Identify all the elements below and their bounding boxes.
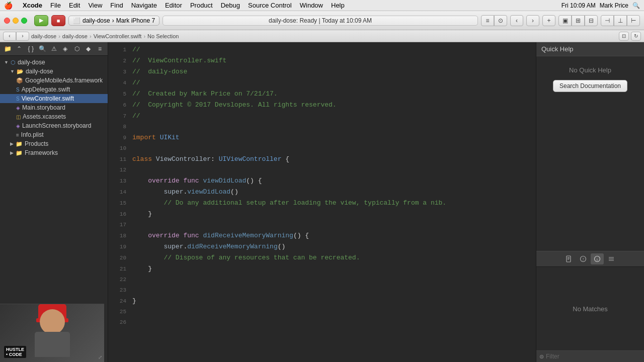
code-line-24: 24 } <box>108 296 536 307</box>
sidebar-item-appdelegate[interactable]: S AppDelegate.swift <box>0 85 108 94</box>
frameworks-arrow: ▶ <box>10 150 14 155</box>
sidebar-toggle[interactable]: ≡ <box>481 15 494 26</box>
code-content: 1 // 2 // ViewController.swift 3 // dail… <box>108 42 536 362</box>
minimize-button[interactable] <box>13 18 19 24</box>
menu-window[interactable]: Window <box>300 2 323 9</box>
quick-help-title: Quick Help <box>541 45 574 53</box>
code-editor[interactable]: 1 // 2 // ViewController.swift 3 // dail… <box>108 42 536 362</box>
code-line-11: 11 class ViewController: UIViewControlle… <box>108 154 536 165</box>
left-panel-toggle[interactable]: ⊣ <box>601 15 614 26</box>
symbol-icon[interactable]: { } <box>26 44 36 53</box>
expand-arrow-group: ▼ <box>10 69 15 74</box>
sidebar-item-assets[interactable]: ◫ Assets.xcassets <box>0 112 108 121</box>
swift-file-icon: S <box>16 87 20 93</box>
sidebar-item-products[interactable]: ▶ 📁 Products <box>0 139 108 148</box>
identity-inspector-btn[interactable]: i <box>591 253 604 264</box>
quick-help-body: No Quick Help Search Documentation <box>536 56 644 251</box>
debug-icon[interactable]: ⬡ <box>72 44 82 53</box>
menu-debug[interactable]: Debug <box>221 2 240 9</box>
apple-menu[interactable]: 🍎 <box>4 2 13 10</box>
sidebar-item-launchscreen[interactable]: ◈ LaunchScreen.storyboard <box>0 121 108 130</box>
inspector-bottom: ? i No Matches <box>536 251 644 362</box>
stop-button[interactable]: ■ <box>51 15 65 26</box>
inspector-toolbar: ? i <box>536 251 644 267</box>
menu-editor[interactable]: Editor <box>165 2 182 9</box>
appdelegate-label: AppDelegate.swift <box>22 86 70 93</box>
code-line-17: 17 <box>108 220 536 230</box>
navigator-toolbar: 📁 ⌃ { } 🔍 ⚠ ◈ ⬡ ◆ ≡ <box>0 42 108 56</box>
version-editor-btn[interactable]: ⊟ <box>585 15 598 26</box>
assistant-editor-btn[interactable]: ⊞ <box>572 15 585 26</box>
scheme-selector[interactable]: ⬜ daily-dose › Mark iPhone 7 <box>68 16 159 26</box>
menu-navigate[interactable]: Navigate <box>131 2 157 9</box>
svg-rect-0 <box>567 256 571 262</box>
quick-help-btn[interactable]: ? <box>577 253 590 264</box>
refresh-btn[interactable]: ↻ <box>631 32 641 41</box>
launch-icon: ◈ <box>16 123 20 129</box>
breadcrumb-group[interactable]: daily-dose <box>62 33 88 39</box>
nav-back[interactable]: ‹ <box>3 32 16 41</box>
source-control-icon[interactable]: ⌃ <box>15 44 24 53</box>
file-inspector-btn[interactable] <box>562 253 576 264</box>
add-editor-btn[interactable]: + <box>542 15 555 26</box>
related-files-btn[interactable]: ⊡ <box>619 32 629 41</box>
group-name: daily-dose <box>26 68 53 75</box>
single-editor-btn[interactable]: ▣ <box>558 15 572 26</box>
products-label: Products <box>25 140 48 147</box>
code-line-26: 26 <box>108 317 536 328</box>
report-icon[interactable]: ≡ <box>95 44 105 53</box>
search-documentation-button[interactable]: Search Documentation <box>553 80 627 92</box>
breadcrumb-symbol[interactable]: No Selection <box>147 33 179 39</box>
right-panel-toggle[interactable]: ⊢ <box>627 15 640 26</box>
code-line-25: 25 <box>108 307 536 317</box>
test-icon[interactable]: ◈ <box>60 44 70 53</box>
menu-xcode[interactable]: Xcode <box>23 2 42 9</box>
breadcrumb-project[interactable]: daily-dose <box>31 33 56 39</box>
menu-view[interactable]: View <box>88 2 102 9</box>
sidebar-item-googlemobileads[interactable]: 📦 GoogleMobileAds.framework <box>0 76 108 85</box>
nav-forward[interactable]: › <box>16 32 29 41</box>
breakpoints-icon[interactable]: ◆ <box>84 44 93 53</box>
expand-icon[interactable]: ⤢ <box>98 354 102 360</box>
menu-file[interactable]: File <box>50 2 61 9</box>
project-navigator: 📁 ⌃ { } 🔍 ⚠ ◈ ⬡ ◆ ≡ ▼ ⬡ daily-dose ▼ 📂 d… <box>0 42 108 362</box>
menu-help[interactable]: Help <box>331 2 345 9</box>
code-line-4: 4 // <box>108 77 536 88</box>
nav-arrows: ‹ › <box>3 32 29 41</box>
viewcontroller-label: ViewController.swift <box>22 95 74 102</box>
svg-text:?: ? <box>582 257 584 262</box>
close-button[interactable] <box>4 18 10 24</box>
menu-edit[interactable]: Edit <box>69 2 80 9</box>
filter-bar: ⊜ <box>536 350 644 362</box>
sidebar-item-infoplist[interactable]: ≡ Info.plist <box>0 130 108 139</box>
attributes-inspector-btn[interactable] <box>605 253 618 264</box>
menu-find[interactable]: Find <box>110 2 123 9</box>
code-line-23: 23 <box>108 285 536 296</box>
video-badge: HUSTLE• CODE <box>4 346 26 358</box>
sidebar-item-frameworks[interactable]: ▶ 📁 Frameworks <box>0 148 108 157</box>
scheme-name: daily-dose <box>83 17 110 24</box>
window-controls <box>4 18 27 24</box>
filter-input[interactable] <box>546 353 641 360</box>
search-icon[interactable]: 🔍 <box>632 2 640 9</box>
sidebar-item-group[interactable]: ▼ 📂 daily-dose <box>0 67 108 76</box>
issues-icon[interactable]: ⚠ <box>49 44 59 53</box>
back-btn[interactable]: ‹ <box>510 15 523 26</box>
forward-btn[interactable]: › <box>526 15 539 26</box>
folder-icon[interactable]: 📁 <box>3 44 13 53</box>
bottom-panel-toggle[interactable]: ⊥ <box>614 15 627 26</box>
products-folder-icon: 📁 <box>16 141 23 147</box>
plist-icon: ≡ <box>16 132 19 138</box>
sidebar-item-root-project[interactable]: ▼ ⬡ daily-dose <box>0 58 108 67</box>
sidebar-item-mainstoryboard[interactable]: ◈ Main.storyboard <box>0 103 108 112</box>
menu-source-control[interactable]: Source Control <box>248 2 292 9</box>
code-coverage-btn[interactable]: ⊙ <box>494 15 507 26</box>
code-line-18: 18 override func didReceiveMemoryWarning… <box>108 230 536 241</box>
breadcrumb-file[interactable]: ViewController.swift <box>94 33 142 39</box>
assets-icon: ◫ <box>16 114 21 120</box>
menu-product[interactable]: Product <box>190 2 213 9</box>
maximize-button[interactable] <box>21 18 27 24</box>
run-button[interactable]: ▶ <box>34 15 48 26</box>
search-nav-icon[interactable]: 🔍 <box>38 44 47 53</box>
sidebar-item-viewcontroller[interactable]: S ViewController.swift <box>0 94 108 103</box>
